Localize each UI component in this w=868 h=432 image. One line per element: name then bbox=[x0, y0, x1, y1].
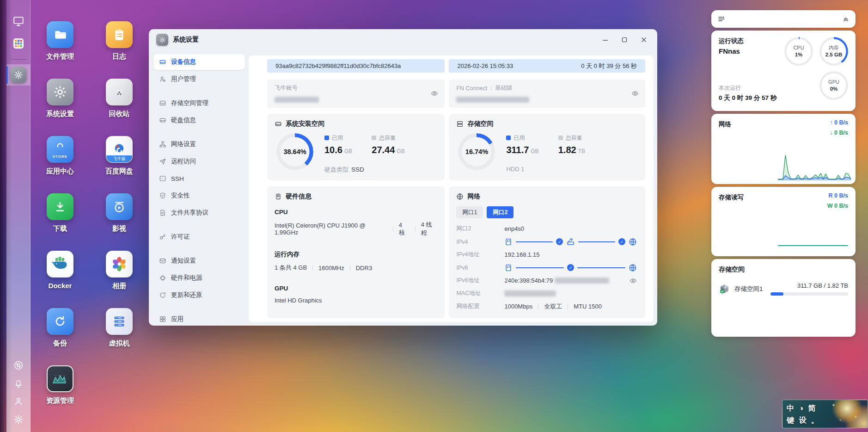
app-launcher-button[interactable] bbox=[9, 34, 28, 53]
eye-icon[interactable] bbox=[630, 277, 637, 284]
ipv6-status-row: IPv6 ✓ bbox=[456, 262, 638, 273]
widget-panel-header bbox=[711, 10, 856, 28]
docker-whale-icon bbox=[47, 251, 73, 278]
window-title: 系统设置 bbox=[173, 36, 199, 44]
mac-address-masked bbox=[504, 290, 556, 296]
eye-icon[interactable] bbox=[631, 90, 639, 97]
sidebar-item-file-sharing-protocol[interactable]: 文件共享协议 bbox=[153, 205, 245, 221]
sidebar-item-hardware-power[interactable]: 硬件和电源 bbox=[153, 270, 245, 286]
transfer-updown-icon[interactable] bbox=[13, 360, 24, 370]
taskbar-running-system-settings[interactable] bbox=[6, 64, 31, 86]
sidebar-item-storage-management[interactable]: 存储空间管理 bbox=[153, 95, 245, 111]
detail-row: 硬件信息 CPU Intel(R) Celeron(R) CPU J1900 @… bbox=[267, 186, 645, 318]
ime-status-panel[interactable]: 中 ◑ 简 键 设 。 bbox=[782, 400, 868, 428]
desktop-icon-virtual-machine[interactable]: 虚拟机 bbox=[92, 308, 146, 348]
sidebar-item-remote-access[interactable]: 远程访问 bbox=[153, 154, 245, 169]
device-uuid-bar: 93aa9c82732b429f9882ff11d0d30c7bfc82643a bbox=[267, 59, 445, 73]
close-button[interactable] bbox=[634, 32, 654, 48]
settings-gear-icon[interactable] bbox=[13, 414, 24, 425]
network-config: 1000Mbps 全双工 MTU 1500 bbox=[504, 302, 601, 311]
sidebar-item-label: 安全性 bbox=[171, 191, 190, 200]
sidebar-item-license[interactable]: 许可证 bbox=[153, 229, 245, 245]
collapse-chevrons-icon[interactable] bbox=[842, 15, 850, 23]
window-app-gear-icon bbox=[156, 34, 168, 46]
check-icon: ✓ bbox=[618, 238, 625, 245]
sidebar-item-update-restore[interactable]: 更新和还原 bbox=[153, 287, 245, 303]
storage-space-legend: 已用 311.7GB 总容量 1.82TB bbox=[506, 134, 585, 155]
router-icon bbox=[566, 237, 575, 246]
show-desktop-button[interactable] bbox=[9, 12, 28, 31]
session-uptime-label: 本次运行 bbox=[719, 84, 741, 92]
desktop-icon-resource-monitor[interactable]: 资源管理 bbox=[33, 365, 87, 405]
sidebar-item-disk-info[interactable]: 硬盘信息 bbox=[153, 112, 245, 128]
window-controls bbox=[595, 29, 654, 50]
taskbar bbox=[6, 0, 31, 432]
upload-speed: ↑ 0 B/s bbox=[830, 119, 848, 126]
desktop-icon-logs[interactable]: 日志 bbox=[92, 21, 146, 61]
maximize-button[interactable] bbox=[615, 32, 634, 48]
widget-list-icon[interactable] bbox=[717, 15, 726, 23]
storage-space-donut: 16.74% bbox=[458, 133, 495, 170]
sidebar-item-label: SSH bbox=[171, 175, 184, 182]
storage-pool-title: 存储空间 bbox=[719, 265, 745, 274]
ipv6-address-row: IPv6地址 240e:398:54b4:79 bbox=[456, 275, 638, 286]
network-widget: 网络 ↑ 0 B/s ↓ 0 B/s bbox=[711, 114, 856, 184]
tab-port1[interactable]: 网口1 bbox=[456, 206, 483, 218]
legend-total: 总容量 27.44GB bbox=[372, 134, 404, 155]
storage-pool-widget: 存储空间 存储空间1 311.7 GB / 1.82 TB bbox=[711, 259, 856, 337]
download-icon bbox=[47, 193, 73, 220]
write-speed: W 0 B/s bbox=[827, 203, 848, 209]
sidebar-item-notification-settings[interactable]: 通知设置 bbox=[153, 253, 245, 269]
desktop-icon-docker[interactable]: Docker bbox=[33, 251, 87, 290]
desktop-root: 文件管理 日志 系统设置 回收站 STORE 应用中心 飞牛版 百度网盘 下载 … bbox=[0, 0, 868, 432]
fn-edition-badge: 飞牛版 bbox=[106, 155, 132, 162]
sidebar-item-user-management[interactable]: 用户管理 bbox=[153, 71, 245, 87]
desktop-icon-app-center[interactable]: STORE 应用中心 bbox=[33, 136, 87, 176]
storage-space-title: 存储空间 bbox=[456, 120, 638, 128]
account-row: 飞牛账号 FN Connect 基础版 bbox=[267, 80, 645, 107]
folder-icon bbox=[47, 21, 73, 48]
desktop-icon-recycle-bin[interactable]: 回收站 bbox=[92, 79, 146, 118]
minimize-button[interactable] bbox=[595, 32, 615, 48]
desktop-icon-file-manager[interactable]: 文件管理 bbox=[33, 21, 87, 61]
storage-space-percent: 16.74% bbox=[458, 133, 495, 170]
desktop-icon-photos[interactable]: 相册 bbox=[92, 251, 146, 290]
network-info-card: 网络 网口1 网口2 网口2 enp4s0 IPv4 bbox=[449, 186, 645, 318]
desktop-icon-label: 下载 bbox=[53, 224, 67, 233]
sidebar-item-security[interactable]: 安全性 bbox=[153, 188, 245, 204]
storage-pool-name: 存储空间1 bbox=[734, 285, 763, 293]
ime-tools-line: 键 设 。 bbox=[787, 414, 820, 426]
desktop-icon-label: 回收站 bbox=[109, 110, 130, 118]
desktop-icon-media[interactable]: 影视 bbox=[92, 193, 146, 233]
legend-used: 已用 311.7GB bbox=[506, 134, 538, 155]
sidebar-item-device-info[interactable]: 设备信息 bbox=[153, 54, 245, 70]
network-port-tabs: 网口1 网口2 bbox=[456, 206, 638, 218]
desktop-icon-label: 百度网盘 bbox=[105, 167, 133, 176]
sidebar-item-label: 硬盘信息 bbox=[171, 116, 196, 124]
storage-pool-line: HDD 1 bbox=[506, 166, 524, 173]
window-titlebar[interactable]: 系统设置 bbox=[149, 29, 657, 50]
sidebar-item-label: 网络设置 bbox=[171, 140, 196, 148]
device-info-content: 93aa9c82732b429f9882ff11d0d30c7bfc82643a… bbox=[249, 56, 654, 322]
desktop-icon-baidu-netdisk[interactable]: 飞牛版 百度网盘 bbox=[92, 136, 146, 176]
ipv6-address-masked bbox=[555, 278, 609, 284]
desktop-icon-label: 相册 bbox=[112, 282, 126, 290]
recycle-icon bbox=[106, 79, 133, 105]
notification-bell-icon[interactable] bbox=[13, 378, 24, 389]
eye-icon[interactable] bbox=[431, 90, 438, 97]
user-icon[interactable] bbox=[13, 396, 24, 407]
sidebar-item-apps[interactable]: 应用 bbox=[153, 311, 245, 326]
sidebar-item-ssh[interactable]: SSH bbox=[153, 171, 245, 186]
tab-port2[interactable]: 网口2 bbox=[487, 206, 513, 218]
system-datetime: 2026-02-26 15:05:33 bbox=[457, 62, 513, 69]
storage-pool-usage: 311.7 GB / 1.82 TB bbox=[797, 282, 848, 289]
desktop-icon-system-settings[interactable]: 系统设置 bbox=[33, 79, 87, 118]
desktop-icon-backup[interactable]: 备份 bbox=[33, 308, 87, 348]
desktop-icon-downloads[interactable]: 下载 bbox=[33, 193, 87, 233]
info-bars: 93aa9c82732b429f9882ff11d0d30c7bfc82643a… bbox=[267, 59, 645, 73]
gpu-section-label: GPU bbox=[275, 285, 437, 292]
sidebar-item-network-settings[interactable]: 网络设置 bbox=[153, 136, 245, 152]
baidu-netdisk-icon: 飞牛版 bbox=[106, 136, 133, 163]
legend-total: 总容量 1.82TB bbox=[558, 134, 585, 155]
hardware-icon bbox=[275, 193, 282, 200]
